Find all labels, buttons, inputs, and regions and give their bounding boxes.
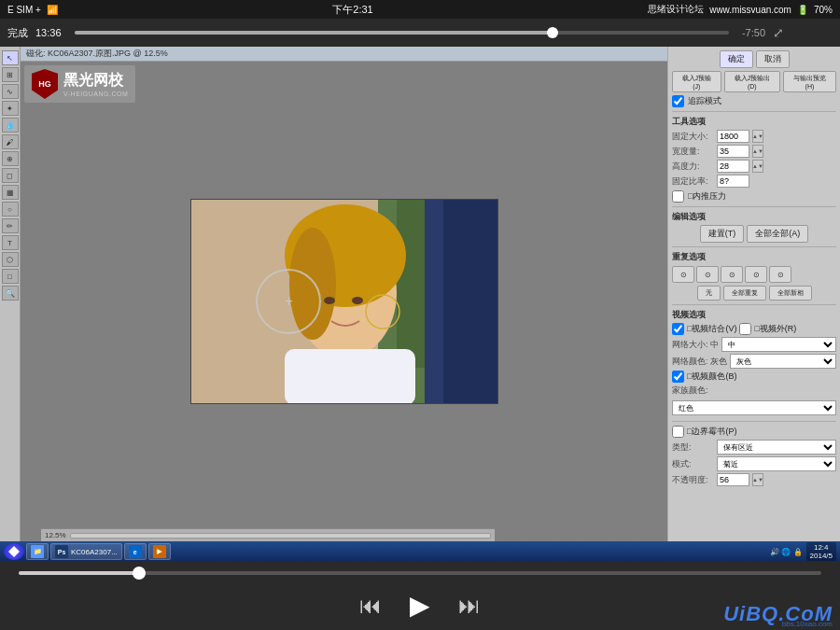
mode-label: 模式:: [672, 458, 714, 470]
fixed-size-row: 固定大小: ▲▼: [672, 130, 836, 143]
all-repeat-btn[interactable]: 全部重复: [723, 286, 766, 301]
bottom-progress-area: [19, 571, 821, 575]
repeat-btn-4[interactable]: ⊙: [745, 266, 767, 283]
ie-icon: e: [129, 545, 142, 558]
current-time: 13:36: [35, 27, 62, 38]
height-input[interactable]: [717, 160, 749, 173]
preview-mode-check[interactable]: [672, 95, 684, 107]
tool-type[interactable]: T: [2, 235, 19, 250]
expand-button[interactable]: ⤢: [773, 25, 784, 40]
tool-shape[interactable]: □: [2, 269, 19, 284]
confirm-button[interactable]: 确定: [720, 50, 753, 68]
repeat-btn-3[interactable]: ⊙: [721, 266, 743, 283]
tool-wand[interactable]: ✦: [2, 101, 19, 116]
start-button[interactable]: [4, 543, 24, 560]
forum-text: 思绪设计论坛: [648, 3, 704, 16]
all-full-btn[interactable]: 全部全部(A): [747, 225, 808, 243]
tool-path[interactable]: ⬡: [2, 252, 19, 267]
width-label: 宽度量:: [672, 146, 714, 158]
tool-brush[interactable]: 🖌: [2, 134, 19, 149]
progress-thumb[interactable]: [547, 27, 558, 38]
tool-select[interactable]: ↖: [2, 50, 19, 65]
video-in-check[interactable]: [672, 323, 684, 335]
media-icon: ▶: [153, 545, 166, 558]
type-select[interactable]: 保有区近: [717, 440, 836, 455]
mode-select[interactable]: 菊近: [717, 456, 836, 471]
cancel-button[interactable]: 取消: [756, 50, 790, 68]
ratio-label: 固定比率:: [672, 175, 714, 188]
video-fix-row: □视频颜色(B): [672, 371, 836, 383]
taskbar-ie[interactable]: e: [124, 543, 147, 560]
fixed-size-input[interactable]: [717, 130, 749, 143]
canvas-title-bar: 磁化: KC06A2307.原图.JPG @ 12.5%: [21, 47, 667, 62]
horizontal-scrollbar[interactable]: [70, 533, 491, 539]
logo-name: 黑光网校: [63, 71, 128, 91]
paint-section-title: 编辑选项: [672, 211, 836, 223]
svg-point-10: [324, 297, 335, 304]
repeat-btn-1[interactable]: ⊙: [672, 266, 694, 283]
canvas-content[interactable]: HG 黑光网校 V-HEIGUANG.COM: [21, 62, 667, 541]
opacity-row: 不透明度: ▲▼: [672, 473, 836, 486]
build-btn[interactable]: 建置(T): [700, 225, 745, 243]
bottom-progress-track[interactable]: [19, 571, 821, 575]
all-new-btn[interactable]: 全部新相: [769, 286, 812, 301]
divider-4: [672, 304, 836, 305]
tool-dodge[interactable]: ○: [2, 202, 19, 217]
main-area: ↖ ⊞ ∿ ✦ 💧 🖌 ⊕ ◻ ▦ ○ ✏ T ⬡ □ 🔍 磁化: KC06A2…: [0, 47, 840, 541]
height-spinner[interactable]: ▲▼: [752, 160, 763, 173]
fixed-size-spinner[interactable]: ▲▼: [752, 130, 763, 143]
family-color-select[interactable]: 红色蓝色绿色: [672, 400, 836, 415]
net-size-select[interactable]: 中小大: [721, 337, 836, 352]
paint-btn-row: 建置(T) 全部全部(A): [672, 225, 836, 243]
width-input[interactable]: [717, 145, 749, 158]
fixed-size-label: 固定大小:: [672, 131, 714, 143]
tool-stamp[interactable]: ⊕: [2, 151, 19, 166]
repeat-btn-2[interactable]: ⊙: [696, 266, 719, 283]
video-in-row: □视频结合(V) □视频外(R): [672, 323, 836, 335]
taskbar-right: 🔊 🌐 🔒 12:4 2014/5: [770, 542, 836, 561]
ps-icon: Ps: [55, 545, 68, 558]
tool-zoom[interactable]: 🔍: [2, 286, 19, 301]
repeat-section-title: 重复选项: [672, 251, 836, 263]
prev-button[interactable]: ⏮: [359, 593, 382, 619]
tool-eyedrop[interactable]: 💧: [2, 118, 19, 133]
taskbar-media[interactable]: ▶: [148, 543, 171, 560]
ratio-input[interactable]: [717, 175, 749, 188]
ps-label: KC06A2307...: [71, 548, 118, 556]
video-fix-check[interactable]: [672, 371, 684, 383]
video-progress-track[interactable]: [75, 31, 729, 35]
net-color-select[interactable]: 灰色黑色白色: [730, 354, 836, 369]
tool-crop[interactable]: ⊞: [2, 67, 19, 82]
taskbar-ps[interactable]: Ps KC06A2307...: [50, 543, 122, 560]
tool-lasso[interactable]: ∿: [2, 84, 19, 99]
inner-pressure-check[interactable]: [672, 190, 684, 203]
preview-3-tab[interactable]: 与输出预览(H): [783, 71, 836, 92]
status-right: 思绪设计论坛 www.missvuan.com 🔋 70%: [648, 3, 833, 16]
tool-gradient[interactable]: ▦: [2, 185, 19, 200]
taskbar-explorer[interactable]: 📁: [26, 543, 49, 560]
type-row: 类型: 保有区近: [672, 440, 836, 455]
video-out-check[interactable]: [739, 323, 751, 335]
next-button[interactable]: ⏭: [458, 593, 481, 619]
tool-pen[interactable]: ✏: [2, 218, 19, 233]
net-size-label: 网络大小: 中: [672, 339, 719, 351]
play-button[interactable]: ▶: [410, 590, 430, 621]
tool-eraser[interactable]: ◻: [2, 168, 19, 183]
preview-out-tab[interactable]: 载入J预输出(D): [724, 71, 780, 92]
preview-in-tab[interactable]: 载入J预输(J): [672, 71, 721, 92]
done-button[interactable]: 完成: [7, 26, 28, 40]
repeat-btn-5[interactable]: ⊙: [769, 266, 791, 283]
width-spinner[interactable]: ▲▼: [752, 145, 763, 158]
remain-time: -7:50: [742, 27, 765, 38]
video-fix-label: □视频颜色(B): [687, 371, 736, 383]
opacity-input[interactable]: [717, 473, 749, 486]
net-color-row: 网络颜色: 灰色 灰色黑色白色: [672, 354, 836, 369]
bottom-progress-thumb[interactable]: [133, 567, 146, 580]
none-btn[interactable]: 无: [697, 286, 721, 301]
divider-1: [672, 111, 836, 112]
opacity-spinner[interactable]: ▲▼: [752, 473, 763, 486]
frame-check[interactable]: [672, 426, 684, 438]
photo-svg: [191, 200, 498, 404]
controls-row: ⏮ ▶ ⏭: [359, 590, 481, 621]
net-color-label: 网络颜色: 灰色: [672, 356, 727, 368]
